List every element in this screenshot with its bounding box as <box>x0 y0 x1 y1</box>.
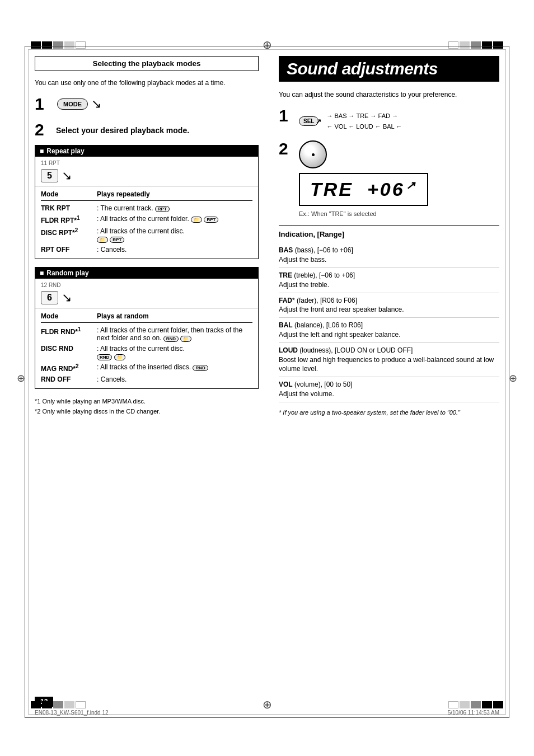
right-column: Sound adjustments You can adjust the sou… <box>279 56 499 708</box>
table-row: DISC RPT*2 : All tracks of the current d… <box>41 227 252 243</box>
right-registration-mark: ⊕ <box>509 372 517 384</box>
random-col-plays: Plays at random <box>97 312 252 320</box>
random-play-block: ■Random play 12 RND 6 ↘ Mode Plays at ra… <box>35 267 259 389</box>
step2-num: 2 <box>35 121 51 138</box>
random-col-mode: Mode <box>41 312 97 320</box>
footnotes: *1 Only while playing an MP3/WMA disc. *… <box>35 397 259 416</box>
random-display-arrow: ↘ <box>62 290 72 305</box>
table-row: RND OFF : Cancels. <box>41 375 252 383</box>
indication-row-tre: TRE (treble), [−06 to +06]Adjust the tre… <box>279 268 499 293</box>
right-step2: 2 TRE +06↗ Ex.: When "TRE" is selected <box>279 140 499 217</box>
indication-row-vol: VOL (volume), [00 to 50]Adjust the volum… <box>279 377 499 402</box>
mode-arrow: ↘ <box>91 97 101 111</box>
footnote-1: *1 Only while playing an MP3/WMA disc. <box>35 397 259 407</box>
section-title: Selecting the playback modes <box>35 56 259 71</box>
right-step2-num: 2 <box>279 140 294 157</box>
table-row: MAG RND*2 : All tracks of the inserted d… <box>41 363 252 373</box>
step2: 2 Select your desired playback mode. <box>35 121 259 138</box>
table-row: DISC RND : All tracks of the current dis… <box>41 345 252 360</box>
left-registration-mark: ⊕ <box>17 372 25 384</box>
step1: 1 MODE ↘ <box>35 96 259 112</box>
random-display-num: 12 RND <box>41 282 252 288</box>
table-row: FLDR RND*1 : All tracks of the current f… <box>41 326 252 342</box>
repeat-play-header: ■Repeat play <box>35 145 258 157</box>
repeat-display-box: 5 <box>41 169 58 182</box>
indication-row-fad: FAD* (fader), [R06 to F06]Adjust the fro… <box>279 293 499 318</box>
step1-num: 1 <box>35 96 51 112</box>
right-step1: 1 SEL ↗ → BAS → TRE → FAD → ← VOL ← LOUD… <box>279 107 499 132</box>
knob-illustration[interactable] <box>299 140 327 168</box>
sel-button[interactable]: SEL ↗ <box>299 116 318 126</box>
footnote-2: *2 Only while playing discs in the CD ch… <box>35 407 259 417</box>
table-row: FLDR RPT*1 : All tracks of the current f… <box>41 215 252 224</box>
sel-arrow-diagram: → BAS → TRE → FAD → ← VOL ← LOUD ← BAL ← <box>326 111 402 132</box>
bottom-registration-mark: ⊕ <box>263 698 272 711</box>
mode-button[interactable]: MODE <box>57 98 88 110</box>
right-intro: You can adjust the sound characteristics… <box>279 90 499 100</box>
tre-display: TRE +06↗ <box>299 173 428 206</box>
right-footnote: * If you are using a two-speaker system,… <box>279 408 499 417</box>
repeat-display-num: 11 RPT <box>41 160 252 166</box>
folder-icon: 📁 <box>191 217 202 223</box>
indication-row-bas: BAS (bass), [−06 to +06]Adjust the bass. <box>279 243 499 268</box>
indication-title: Indication, [Range] <box>279 230 499 238</box>
table-row: RPT OFF : Cancels. <box>41 246 252 253</box>
sound-adjustments-title: Sound adjustments <box>279 56 499 82</box>
repeat-display-arrow: ↘ <box>62 168 72 183</box>
rnd-icon: RND <box>163 336 179 342</box>
right-step1-num: 1 <box>279 107 294 124</box>
random-display-box: 6 <box>41 291 58 304</box>
step2-label: Select your desired playback mode. <box>56 121 189 135</box>
left-column: Selecting the playback modes You can use… <box>35 56 259 708</box>
repeat-col-plays: Plays repeatedly <box>97 190 252 198</box>
left-intro: You can use only one of the following pl… <box>35 78 259 88</box>
repeat-play-block: ■Repeat play 11 RPT 5 ↘ Mode Plays repea… <box>35 145 259 259</box>
repeat-col-mode: Mode <box>41 190 97 198</box>
indication-row-loud: LOUD (loudness), [LOUD ON or LOUD OFF]Bo… <box>279 343 499 377</box>
tre-example-text: Ex.: When "TRE" is selected <box>299 210 428 217</box>
table-row: TRK RPT : The current track. RPT <box>41 204 252 212</box>
random-play-header: ■Random play <box>35 267 258 279</box>
rpt-icon: RPT <box>155 206 170 212</box>
indication-row-bal: BAL (balance), [L06 to R06]Adjust the le… <box>279 318 499 343</box>
